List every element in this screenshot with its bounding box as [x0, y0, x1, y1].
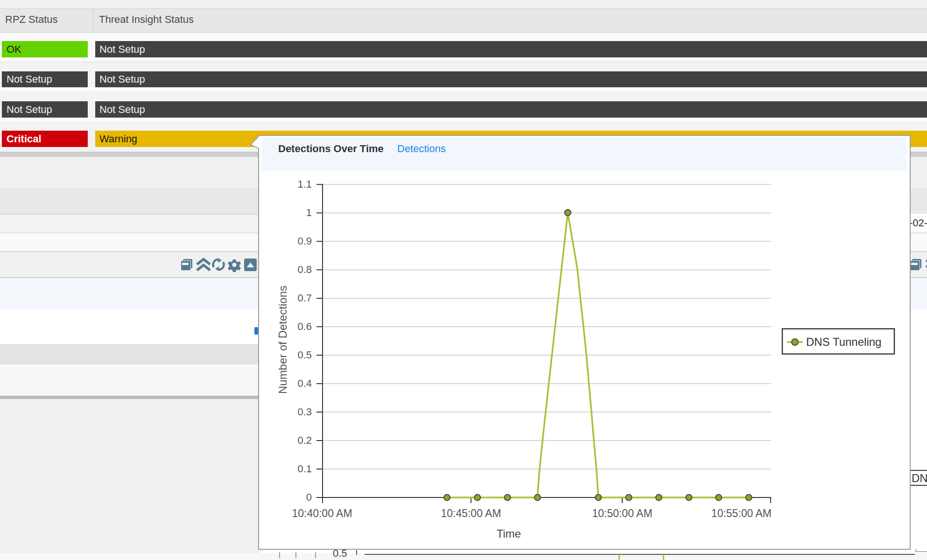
svg-text:0.8: 0.8 [297, 264, 312, 275]
svg-text:0: 0 [306, 491, 312, 503]
svg-text:DNS Tunneling: DNS Tunneling [806, 336, 881, 348]
svg-text:0.5: 0.5 [297, 349, 312, 361]
svg-text:0.3: 0.3 [297, 406, 312, 418]
svg-text:0.9: 0.9 [297, 235, 312, 247]
svg-text:1: 1 [306, 207, 312, 218]
svg-text:0.1: 0.1 [297, 463, 312, 475]
svg-text:0.4: 0.4 [297, 378, 312, 389]
svg-text:1.1: 1.1 [297, 178, 312, 190]
svg-text:10:45:00 AM: 10:45:00 AM [441, 507, 501, 519]
svg-text:10:55:00 AM: 10:55:00 AM [711, 507, 772, 519]
svg-text:0.2: 0.2 [297, 434, 312, 446]
svg-text:0.7: 0.7 [297, 292, 312, 304]
svg-text:0.6: 0.6 [297, 321, 312, 332]
svg-text:10:50:00 AM: 10:50:00 AM [592, 507, 652, 519]
svg-text:Time: Time [497, 527, 521, 540]
svg-text:10:40:00 AM: 10:40:00 AM [292, 507, 352, 519]
svg-text:Number of Detections: Number of Detections [276, 286, 289, 394]
